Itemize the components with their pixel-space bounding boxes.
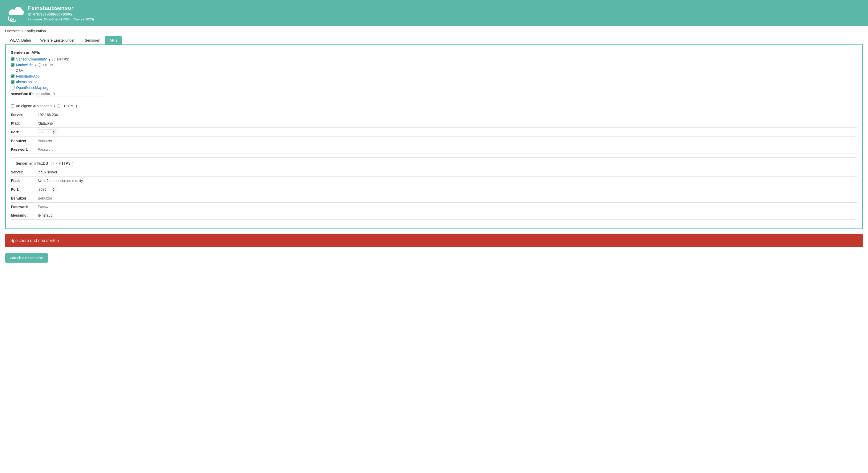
custom-api-title-row: An eigene API senden ( HTTPS ) (11, 104, 857, 108)
influxdb-pass-input[interactable] (37, 204, 857, 209)
influxdb-path-row: Pfad: /write?db=sensorcommunity (11, 176, 857, 185)
influxdb-server-label: Server: (11, 170, 37, 174)
custom-api-server-row: Server: 192.168.234.1 (11, 111, 857, 119)
sensor-community-https-label: HTTPS) (57, 57, 69, 61)
influxdb-path-label: Pfad: (11, 179, 37, 183)
influxdb-measurement-value: feinstaub (37, 213, 857, 218)
custom-api-user-input[interactable] (37, 138, 857, 143)
aircms-link[interactable]: aircms.online (16, 80, 37, 84)
tabs-container: WLAN Daten Weitere Einstellungen Sensore… (0, 36, 868, 44)
tab-apis[interactable]: APIs (105, 36, 122, 44)
influxdb-user-input[interactable] (37, 196, 857, 201)
apis-heading: Senden an APIs (11, 50, 857, 55)
custom-api-path-value: /data.php (37, 121, 857, 126)
custom-api-checkbox[interactable] (11, 104, 14, 108)
influxdb-https-label: HTTPS (59, 161, 71, 165)
content-box: Senden an APIs Sensor.Community ( HTTPS)… (5, 44, 863, 229)
device-id: ID: 6787183 (08f9e0679006f) (28, 12, 94, 16)
custom-api-path-row: Pfad: /data.php (11, 119, 857, 128)
influxdb-port-row: Port: (11, 185, 857, 194)
opensensemap-link[interactable]: OpenSenseMap.org (16, 86, 49, 90)
influxdb-label: Senden an InfluxDB (16, 161, 48, 165)
influxdb-checkbox[interactable] (11, 162, 14, 165)
sensebox-label: senseBox ID: (11, 92, 34, 96)
feinstaub-app-link[interactable]: Feinstaub-App (16, 74, 39, 78)
sensor-community-row: Sensor.Community ( HTTPS) (11, 57, 857, 61)
sensebox-input[interactable] (36, 91, 103, 96)
influxdb-pass-row: Passwort: (11, 203, 857, 211)
sensor-community-https-radio[interactable] (52, 58, 55, 61)
custom-api-port-input[interactable] (37, 129, 57, 135)
influxdb-user-label: Benutzer: (11, 196, 37, 200)
feinstaub-app-checkbox[interactable] (11, 74, 14, 78)
madavi-link[interactable]: Madavi.de (16, 63, 33, 67)
influxdb-server-value: influx.server (37, 170, 857, 175)
csv-row: CSV (11, 68, 857, 73)
custom-api-pass-input[interactable] (37, 147, 857, 152)
custom-api-https-label: HTTPS (62, 104, 74, 108)
influxdb-title-row: Senden an InfluxDB ( HTTPS ) (11, 161, 857, 165)
influxdb-path-value: /write?db=sensorcommunity (37, 178, 857, 183)
influxdb-port-input[interactable] (37, 187, 57, 192)
firmware-version: Firmware: NRZ-2020-133/DE (Nov 29 2020) (28, 17, 94, 21)
influxdb-server-row: Server: influx.server (11, 168, 857, 176)
sensebox-id-row: senseBox ID: (11, 91, 857, 96)
influxdb-measurement-row: Messung: feinstaub (11, 211, 857, 220)
breadcrumb: Übersicht » Konfiguration (0, 26, 868, 36)
madavi-checkbox[interactable] (11, 63, 14, 67)
influxdb-port-label: Port: (11, 188, 37, 192)
madavi-https-label: HTTPS) (43, 63, 56, 67)
influxdb-section: Senden an InfluxDB ( HTTPS ) Server: inf… (11, 161, 857, 220)
sensor-community-checkbox[interactable] (11, 57, 14, 61)
influxdb-pass-label: Passwort: (11, 205, 37, 209)
header: Feinstaubsensor ID: 6787183 (08f9e067900… (0, 0, 868, 26)
custom-api-label: An eigene API senden (16, 104, 52, 108)
opensensemap-checkbox[interactable] (11, 86, 14, 90)
custom-api-section: An eigene API senden ( HTTPS ) Server: 1… (11, 104, 857, 154)
custom-api-path-label: Pfad: (11, 121, 37, 125)
custom-api-port-row: Port: (11, 128, 857, 137)
divider-1 (11, 100, 857, 100)
sensor-community-link[interactable]: Sensor.Community (16, 57, 46, 61)
save-button[interactable]: Speichern und neu starten (5, 234, 863, 247)
influxdb-measurement-label: Messung: (11, 213, 37, 217)
feinstaub-app-row: Feinstaub-App (11, 74, 857, 78)
custom-api-https-radio[interactable] (57, 104, 60, 108)
custom-api-port-label: Port: (11, 130, 37, 134)
custom-api-user-row: Benutzer: (11, 137, 857, 145)
tab-weitere-einstellungen[interactable]: Weitere Einstellungen (36, 36, 80, 44)
madavi-https-radio[interactable] (38, 63, 41, 67)
madavi-row: Madavi.de ( HTTPS) (11, 63, 857, 67)
custom-api-server-label: Server: (11, 113, 37, 117)
custom-api-server-value: 192.168.234.1 (37, 112, 857, 117)
csv-label: CSV (16, 68, 23, 73)
custom-api-user-label: Benutzer: (11, 139, 37, 143)
influxdb-https-radio[interactable] (53, 162, 57, 165)
tab-wlan-daten[interactable]: WLAN Daten (5, 36, 36, 44)
aircms-checkbox[interactable] (11, 80, 14, 84)
custom-api-pass-label: Passwort: (11, 147, 37, 151)
custom-api-pass-row: Passwort: (11, 145, 857, 154)
tab-sensoren[interactable]: Sensoren (80, 36, 105, 44)
back-button[interactable]: Zurück zur Startseite (5, 253, 48, 263)
influxdb-user-row: Benutzer: (11, 194, 857, 203)
app-title: Feinstaubsensor (28, 5, 94, 11)
aircms-row: aircms.online (11, 80, 857, 84)
opensensemap-row: OpenSenseMap.org (11, 86, 857, 90)
logo-icon (5, 4, 24, 22)
csv-checkbox[interactable] (11, 69, 14, 72)
header-text: Feinstaubsensor ID: 6787183 (08f9e067900… (28, 5, 94, 21)
